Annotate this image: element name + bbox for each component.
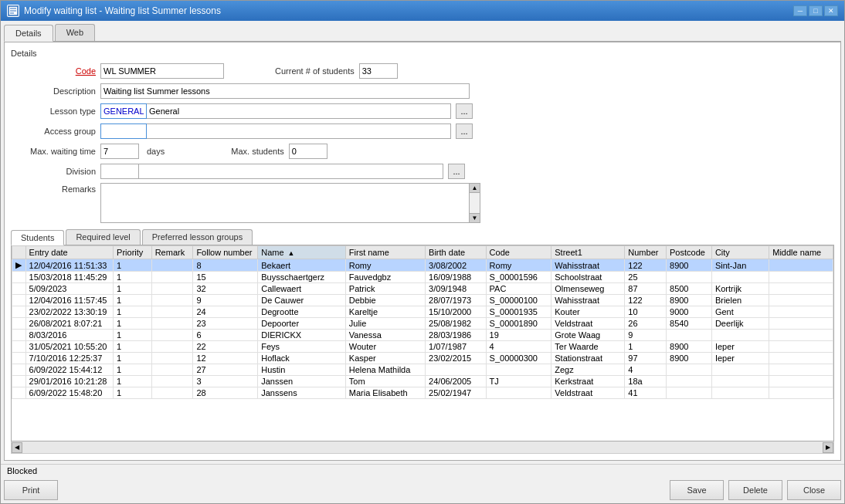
- cell-priority: 1: [114, 330, 152, 341]
- col-priority[interactable]: Priority: [114, 246, 152, 259]
- lesson-type-name-input[interactable]: [147, 103, 451, 119]
- cell-code: S_00000300: [486, 353, 551, 364]
- cell-street1: Kerkstraat: [551, 376, 625, 387]
- cell-number: 4: [625, 364, 667, 376]
- table-row[interactable]: 12/04/2016 11:57:4519De CauwerDebbie28/0…: [12, 295, 833, 306]
- sort-arrow-name: ▲: [288, 249, 295, 257]
- col-remark[interactable]: Remark: [151, 246, 193, 259]
- access-group-browse-button[interactable]: ...: [456, 123, 473, 139]
- cell-street1: Veldstraat: [551, 387, 625, 399]
- cell-code: S_00000100: [486, 295, 551, 306]
- cell-name: Hoflack: [258, 353, 346, 364]
- col-first-name[interactable]: First name: [345, 246, 425, 259]
- current-students-input[interactable]: [359, 63, 398, 79]
- details-section-label: Details: [11, 49, 834, 58]
- lesson-type-code-input[interactable]: [100, 103, 147, 119]
- max-students-input[interactable]: [289, 144, 327, 159]
- table-row[interactable]: 6/09/2022 15:44:12127HustinHelena Mathil…: [12, 364, 833, 376]
- table-row[interactable]: 5/09/2023132CallewaertPatrick3/09/1948PA…: [12, 283, 833, 295]
- access-group-label: Access group: [11, 127, 96, 136]
- col-postcode[interactable]: Postcode: [667, 246, 712, 259]
- cell-street1: Wahisstraat: [551, 295, 625, 306]
- cell-name: Janssen: [258, 376, 346, 387]
- code-input[interactable]: [100, 63, 224, 79]
- col-birth-date[interactable]: Birth date: [426, 246, 487, 259]
- remarks-textarea[interactable]: [100, 183, 470, 223]
- tab-details[interactable]: Details: [4, 25, 53, 42]
- code-row: Code Current # of students: [11, 63, 834, 79]
- division-browse-button[interactable]: ...: [448, 164, 465, 179]
- cell-follow_number: 15: [193, 272, 258, 283]
- tab-web[interactable]: Web: [55, 24, 95, 41]
- table-scroll[interactable]: Entry date Priority Remark Follow number…: [12, 245, 833, 441]
- col-entry-date[interactable]: Entry date: [25, 246, 114, 259]
- cell-priority: 1: [114, 318, 152, 330]
- cell-first_name: Tom: [345, 376, 425, 387]
- cell-priority: 1: [114, 364, 152, 376]
- cell-postcode: 8900: [667, 353, 712, 364]
- table-row[interactable]: 23/02/2022 13:30:19124DegrootteKareltje1…: [12, 306, 833, 318]
- cell-name: Buysschaertgerz: [258, 272, 346, 283]
- lesson-type-inputs: [100, 103, 451, 119]
- close-button[interactable]: Close: [787, 480, 841, 500]
- close-window-button[interactable]: ✕: [824, 5, 838, 16]
- col-street1[interactable]: Street1: [551, 246, 625, 259]
- division-row: Division ...: [11, 163, 834, 180]
- table-row[interactable]: 29/01/2016 10:21:2813JanssenTom24/06/200…: [12, 376, 833, 387]
- cell-birth_date: 25/08/1982: [426, 318, 487, 330]
- code-label[interactable]: Code: [11, 66, 96, 76]
- cell-birth_date: 15/10/2000: [426, 306, 487, 318]
- col-city[interactable]: City: [711, 246, 769, 259]
- col-code[interactable]: Code: [486, 246, 551, 259]
- table-row[interactable]: 15/03/2018 11:45:29115BuysschaertgerzFau…: [12, 272, 833, 283]
- division-name-input[interactable]: [139, 164, 443, 179]
- cell-birth_date: [426, 364, 487, 376]
- cell-number: 122: [625, 295, 667, 306]
- table-row[interactable]: 31/05/2021 10:55:20122FeysWouter1/07/198…: [12, 341, 833, 353]
- cell-first_name: Julie: [345, 318, 425, 330]
- cell-postcode: 8900: [667, 295, 712, 306]
- col-middle-name[interactable]: Middle name: [769, 246, 833, 259]
- print-button[interactable]: Print: [4, 480, 58, 500]
- cell-name: Hustin: [258, 364, 346, 376]
- table-row[interactable]: 26/08/2021 8:07:21123DepoorterJulie25/08…: [12, 318, 833, 330]
- tab-preferred-lesson-groups[interactable]: Preferred lesson groups: [142, 229, 253, 245]
- cell-follow_number: 27: [193, 364, 258, 376]
- table-row[interactable]: 7/10/2016 12:25:37112HoflackKasper23/02/…: [12, 353, 833, 364]
- description-input[interactable]: [100, 83, 470, 99]
- scroll-left-button[interactable]: ◀: [12, 442, 22, 453]
- cell-city: Deerlijk: [711, 318, 769, 330]
- scroll-right-button[interactable]: ▶: [823, 442, 833, 453]
- col-follow-number[interactable]: Follow number: [193, 246, 258, 259]
- delete-button[interactable]: Delete: [728, 480, 782, 500]
- cell-first_name: Kasper: [345, 353, 425, 364]
- access-group-code-input[interactable]: [100, 123, 147, 139]
- minimize-button[interactable]: ─: [793, 5, 807, 16]
- cell-priority: 1: [114, 295, 152, 306]
- access-group-name-input[interactable]: [147, 123, 451, 139]
- description-label: Description: [11, 86, 96, 96]
- lesson-type-browse-button[interactable]: ...: [456, 103, 473, 119]
- remarks-scrollbar[interactable]: ▲ ▼: [470, 183, 480, 223]
- cell-name: Depoorter: [258, 318, 346, 330]
- division-code-input[interactable]: [100, 164, 139, 179]
- maximize-button[interactable]: □: [809, 5, 823, 16]
- cell-middle_name: [769, 387, 833, 399]
- save-button[interactable]: Save: [670, 480, 724, 500]
- cell-indicator: [12, 387, 26, 399]
- tab-students[interactable]: Students: [11, 230, 64, 245]
- col-number[interactable]: Number: [625, 246, 667, 259]
- cell-name: Degrootte: [258, 306, 346, 318]
- table-row[interactable]: ▶12/04/2016 11:51:3318BekaertRomy3/08/20…: [12, 259, 833, 272]
- max-waiting-input[interactable]: [100, 144, 139, 159]
- cell-indicator: [12, 272, 26, 283]
- table-container: Entry date Priority Remark Follow number…: [11, 245, 834, 441]
- table-row[interactable]: 6/09/2022 15:48:20128JanssensMaria Elisa…: [12, 387, 833, 399]
- cell-indicator: [12, 318, 26, 330]
- cell-postcode: 9000: [667, 306, 712, 318]
- col-name[interactable]: Name ▲: [258, 246, 346, 259]
- horizontal-scrollbar[interactable]: ◀ ▶: [11, 441, 834, 454]
- cell-entry_date: 29/01/2016 10:21:28: [25, 376, 114, 387]
- tab-required-level[interactable]: Required level: [66, 229, 140, 245]
- table-row[interactable]: 8/03/201616DIERICKXVanessa28/03/198619Gr…: [12, 330, 833, 341]
